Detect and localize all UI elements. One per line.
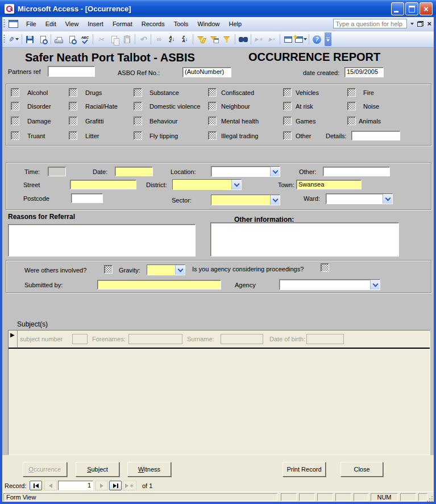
dropdown-button[interactable]: [231, 180, 241, 189]
new-object-button[interactable]: [294, 33, 308, 46]
checkbox-damage[interactable]: Damage: [11, 117, 51, 125]
checkbox-domestic-violence[interactable]: Domestic violence: [134, 102, 200, 110]
sector-combo[interactable]: [211, 195, 280, 205]
checkbox-at-risk[interactable]: At risk: [283, 102, 313, 110]
child-window-icon[interactable]: [9, 20, 18, 28]
print-record-button[interactable]: Print Record: [283, 462, 326, 477]
checkbox-behaviour[interactable]: Behaviour: [134, 117, 178, 125]
checkbox-truant[interactable]: Truant: [11, 131, 45, 140]
next-record-button[interactable]: [95, 481, 108, 490]
close-child-icon[interactable]: ×: [427, 20, 431, 27]
copy-button[interactable]: [107, 33, 121, 46]
find-button[interactable]: [236, 33, 250, 46]
sort-descending-button[interactable]: ZA↓: [178, 33, 192, 46]
new-record-button[interactable]: [252, 33, 265, 46]
agency-combo[interactable]: [279, 279, 380, 290]
help-dropdown-icon[interactable]: [410, 23, 414, 25]
location-combo[interactable]: [211, 166, 280, 177]
delete-record-button[interactable]: [265, 33, 279, 46]
restore-child-icon[interactable]: [417, 21, 423, 27]
checkbox-fire[interactable]: Fire: [347, 88, 374, 97]
hyperlink-button[interactable]: [152, 33, 165, 46]
dropdown-button[interactable]: [175, 265, 185, 275]
filter-by-form-button[interactable]: [207, 33, 221, 46]
checkbox-other[interactable]: Other: [283, 131, 312, 140]
checkbox-confiscated[interactable]: Confiscated: [208, 88, 254, 97]
subject-button[interactable]: Subject: [76, 462, 119, 477]
menu-view[interactable]: View: [61, 18, 84, 30]
undo-button[interactable]: [136, 33, 150, 46]
record-number-input[interactable]: 1: [58, 481, 93, 490]
print-button[interactable]: [52, 33, 65, 46]
toolbar-options-button[interactable]: [325, 32, 331, 46]
file-search-button[interactable]: [36, 33, 49, 46]
checkbox-vehicles[interactable]: Vehicles: [283, 88, 319, 97]
submitted-by-field[interactable]: [97, 280, 221, 290]
cut-button[interactable]: [94, 33, 107, 46]
witness-button[interactable]: Witness: [127, 462, 171, 477]
new-record-nav-button[interactable]: ∗: [123, 481, 136, 490]
checkbox-litter[interactable]: Litter: [69, 131, 99, 140]
checkbox-drugs[interactable]: Drugs: [69, 88, 102, 97]
last-record-button[interactable]: [109, 481, 122, 490]
close-button[interactable]: ×: [420, 2, 433, 15]
database-window-button[interactable]: [281, 33, 294, 46]
checkbox-animals[interactable]: Animals: [347, 117, 381, 125]
menu-file[interactable]: File: [22, 18, 41, 30]
partners-ref-field[interactable]: [48, 66, 95, 77]
menubar-drag-handle[interactable]: [3, 19, 5, 28]
date-created-field[interactable]: 15/09/2005: [344, 67, 384, 77]
dropdown-button[interactable]: [270, 195, 280, 205]
date-field[interactable]: [115, 167, 153, 176]
postcode-field[interactable]: [71, 193, 103, 203]
town-field[interactable]: Swansea: [296, 180, 362, 189]
reasons-textarea[interactable]: [8, 224, 196, 257]
minimize-button[interactable]: [391, 2, 404, 15]
checkbox-substance[interactable]: Substance: [134, 88, 179, 97]
checkbox-neighbour[interactable]: Neighbour: [208, 102, 250, 110]
ward-combo[interactable]: [326, 193, 393, 204]
menu-edit[interactable]: Edit: [41, 18, 61, 30]
first-record-button[interactable]: [30, 481, 42, 490]
checkbox-noise[interactable]: Noise: [347, 102, 379, 110]
menu-insert[interactable]: Insert: [83, 18, 108, 30]
checkbox-disorder[interactable]: Disorder: [11, 102, 51, 110]
menu-records[interactable]: Records: [137, 18, 169, 30]
spelling-button[interactable]: ABC: [78, 33, 92, 46]
close-form-button[interactable]: Close: [341, 462, 383, 477]
previous-record-button[interactable]: [44, 481, 57, 490]
menu-format[interactable]: Format: [108, 18, 137, 30]
details-field[interactable]: [351, 131, 400, 141]
apply-filter-button[interactable]: [221, 33, 234, 46]
filter-by-selection-button[interactable]: [194, 33, 207, 46]
others-involved-checkbox[interactable]: [104, 265, 113, 274]
paste-button[interactable]: [121, 33, 134, 46]
maximize-button[interactable]: [405, 2, 418, 15]
toolbar-drag-handle[interactable]: [3, 35, 5, 44]
dropdown-button[interactable]: [383, 194, 392, 204]
checkbox-illegal-trading[interactable]: Illegal trading: [208, 131, 258, 140]
checkbox-racial-hate[interactable]: Racial/Hate: [69, 102, 118, 110]
design-view-button[interactable]: [7, 33, 20, 46]
checkbox-alcohol[interactable]: Alcohol: [11, 88, 48, 97]
checkbox-grafitti[interactable]: Grafitti: [69, 117, 103, 125]
checkbox-fly-tipping[interactable]: Fly tipping: [134, 131, 178, 140]
menu-window[interactable]: Window: [193, 18, 224, 30]
street-field[interactable]: [70, 180, 136, 189]
menu-help[interactable]: Help: [225, 18, 247, 30]
asbo-ref-field[interactable]: (AutoNumber): [182, 67, 231, 77]
time-field[interactable]: [48, 167, 66, 176]
save-button[interactable]: [23, 33, 36, 46]
print-preview-button[interactable]: [65, 33, 78, 46]
help-question-input[interactable]: Type a question for help: [333, 19, 407, 28]
gravity-combo[interactable]: [147, 265, 185, 275]
district-combo[interactable]: [172, 179, 242, 190]
sort-ascending-button[interactable]: AZ↓: [165, 33, 178, 46]
help-button[interactable]: ?: [310, 33, 323, 46]
other-field[interactable]: [323, 167, 390, 176]
menu-tools[interactable]: Tools: [169, 18, 193, 30]
proceedings-checkbox[interactable]: [321, 263, 329, 272]
dropdown-button[interactable]: [270, 167, 280, 176]
dropdown-button[interactable]: [370, 280, 380, 290]
checkbox-games[interactable]: Games: [283, 117, 315, 125]
